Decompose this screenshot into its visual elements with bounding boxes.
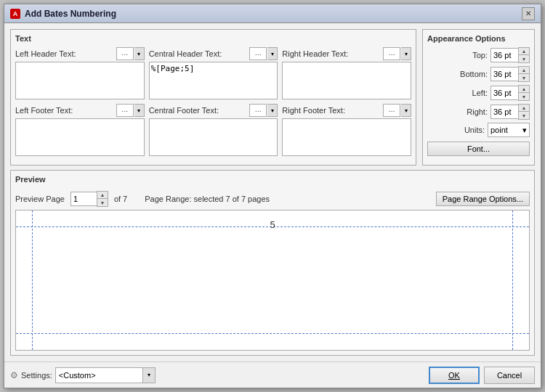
right-footer-ellipsis-input[interactable]: ... xyxy=(383,104,400,117)
left-header-ellipsis-input[interactable]: ... xyxy=(116,47,134,60)
page-range-label: Page Range: selected 7 of 7 pages xyxy=(145,195,429,203)
close-button[interactable]: ✕ xyxy=(522,7,535,20)
bottom-spin: ▲ ▼ xyxy=(490,66,530,82)
central-header-ellipsis-btn[interactable]: ... ▾ xyxy=(249,47,278,60)
dialog-body: Text Left Header Text: ... ▾ xyxy=(4,23,541,362)
preview-label: Preview xyxy=(15,175,530,184)
bottom-spin-up[interactable]: ▲ xyxy=(519,67,529,74)
right-header-dropdown[interactable]: ▾ xyxy=(401,47,411,60)
central-footer-label: Central Footer Text: xyxy=(149,106,219,115)
preview-page-input[interactable] xyxy=(70,192,97,206)
top-spin: ▲ ▼ xyxy=(490,47,530,63)
settings-icon: ⚙ xyxy=(10,370,18,380)
left-margin-label: Left: xyxy=(472,89,488,97)
right-row: Right: ▲ ▼ xyxy=(427,104,530,120)
units-label: Units: xyxy=(464,126,485,134)
preview-spin-up[interactable]: ▲ xyxy=(97,192,108,199)
right-header-ellipsis-input[interactable]: ... xyxy=(383,47,400,60)
title-bar: A Add Bates Numbering ✕ xyxy=(4,4,541,23)
left-spin-up[interactable]: ▲ xyxy=(519,86,529,93)
dialog-buttons: OK Cancel xyxy=(429,367,535,384)
right-footer-input[interactable] xyxy=(282,118,411,156)
preview-bottom-line xyxy=(16,333,529,334)
central-header-input[interactable]: %[Page;5] xyxy=(149,62,278,99)
central-footer-label-row: Central Footer Text: ... ▾ xyxy=(149,104,278,117)
top-spin-down[interactable]: ▼ xyxy=(519,55,529,62)
left-footer-dropdown[interactable]: ▾ xyxy=(134,104,145,117)
right-input[interactable] xyxy=(490,105,518,119)
left-footer-ellipsis-btn[interactable]: ... ▾ xyxy=(116,104,145,117)
left-header-ellipsis-btn[interactable]: ... ▾ xyxy=(116,47,145,60)
right-footer-ellipsis-btn[interactable]: ... ▾ xyxy=(383,104,411,117)
font-button[interactable]: Font... xyxy=(427,142,530,156)
left-input[interactable] xyxy=(490,86,518,100)
dialog-icon: A xyxy=(10,9,20,19)
central-footer-ellipsis-btn[interactable]: ... ▾ xyxy=(249,104,278,117)
central-footer-group: Central Footer Text: ... ▾ xyxy=(149,104,278,156)
right-header-label-row: Right Header Text: ... ▾ xyxy=(282,47,411,60)
cancel-button[interactable]: Cancel xyxy=(484,367,535,384)
left-footer-label: Left Footer Text: xyxy=(15,106,73,115)
central-header-dropdown[interactable]: ▾ xyxy=(267,47,278,60)
central-footer-input[interactable] xyxy=(149,118,278,156)
footer-row: Left Footer Text: ... ▾ Central Footer T… xyxy=(15,104,411,156)
right-spin-up[interactable]: ▲ xyxy=(519,105,529,112)
units-value: point xyxy=(490,126,508,134)
page-range-options-button[interactable]: Page Range Options... xyxy=(436,192,530,206)
header-row: Left Header Text: ... ▾ Central Header T… xyxy=(15,47,411,99)
main-area: Text Left Header Text: ... ▾ xyxy=(10,29,535,166)
bottom-input[interactable] xyxy=(490,67,518,81)
appearance-label: Appearance Options xyxy=(427,34,530,43)
left-spin-arrows: ▲ ▼ xyxy=(518,85,530,101)
left-header-input[interactable] xyxy=(15,62,145,99)
preview-page-spin: ▲ ▼ xyxy=(70,191,108,207)
top-spin-arrows: ▲ ▼ xyxy=(518,47,530,63)
left-spin: ▲ ▼ xyxy=(490,85,530,101)
central-header-ellipsis-input[interactable]: ... xyxy=(249,47,267,60)
right-spin: ▲ ▼ xyxy=(490,104,530,120)
right-header-input[interactable] xyxy=(282,62,411,99)
bottom-spin-arrows: ▲ ▼ xyxy=(518,66,530,82)
bottom-row: Bottom: ▲ ▼ xyxy=(427,66,530,82)
text-section: Text Left Header Text: ... ▾ xyxy=(10,29,416,166)
bottom-label: Bottom: xyxy=(460,70,488,78)
top-input[interactable] xyxy=(490,48,518,62)
ok-button[interactable]: OK xyxy=(429,367,480,384)
units-select[interactable]: point ▾ xyxy=(488,123,530,137)
text-section-label: Text xyxy=(15,34,411,43)
settings-label: Settings: xyxy=(21,371,52,380)
top-row: Top: ▲ ▼ xyxy=(427,47,530,63)
right-header-ellipsis-btn[interactable]: ... ▾ xyxy=(383,47,411,60)
preview-left-line xyxy=(32,211,33,350)
right-margin-label: Right: xyxy=(467,107,488,116)
central-header-label: Central Header Text: xyxy=(149,49,222,58)
left-header-label: Left Header Text: xyxy=(15,49,76,58)
settings-dropdown-arrow[interactable]: ▾ xyxy=(142,367,156,383)
left-footer-ellipsis-input[interactable]: ... xyxy=(116,104,134,117)
title-bar-left: A Add Bates Numbering xyxy=(10,9,116,19)
central-header-label-row: Central Header Text: ... ▾ xyxy=(149,47,278,60)
left-footer-input[interactable] xyxy=(15,118,145,156)
top-spin-up[interactable]: ▲ xyxy=(519,48,529,55)
top-label: Top: xyxy=(472,51,488,60)
settings-input[interactable] xyxy=(55,367,142,383)
left-header-label-row: Left Header Text: ... ▾ xyxy=(15,47,145,60)
left-spin-down[interactable]: ▼ xyxy=(519,93,529,100)
bottom-spin-down[interactable]: ▼ xyxy=(519,74,529,81)
left-row: Left: ▲ ▼ xyxy=(427,85,530,101)
preview-section: Preview Preview Page ▲ ▼ of 7 Page Range… xyxy=(10,170,535,356)
central-footer-ellipsis-input[interactable]: ... xyxy=(249,104,267,117)
preview-spin-arrows: ▲ ▼ xyxy=(97,191,108,207)
preview-page-number: 5 xyxy=(270,219,275,230)
right-footer-group: Right Footer Text: ... ▾ xyxy=(282,104,411,156)
preview-spin-down[interactable]: ▼ xyxy=(97,199,108,206)
units-dropdown-arrow[interactable]: ▾ xyxy=(522,126,527,135)
right-spin-down[interactable]: ▼ xyxy=(519,112,529,119)
central-footer-dropdown[interactable]: ▾ xyxy=(267,104,278,117)
settings-area: ⚙ Settings: ▾ xyxy=(10,367,156,383)
preview-of-text: of 7 xyxy=(114,195,127,203)
left-header-dropdown[interactable]: ▾ xyxy=(134,47,145,60)
right-footer-label: Right Footer Text: xyxy=(282,106,345,115)
settings-select[interactable]: ▾ xyxy=(55,367,156,383)
right-footer-dropdown[interactable]: ▾ xyxy=(401,104,411,117)
